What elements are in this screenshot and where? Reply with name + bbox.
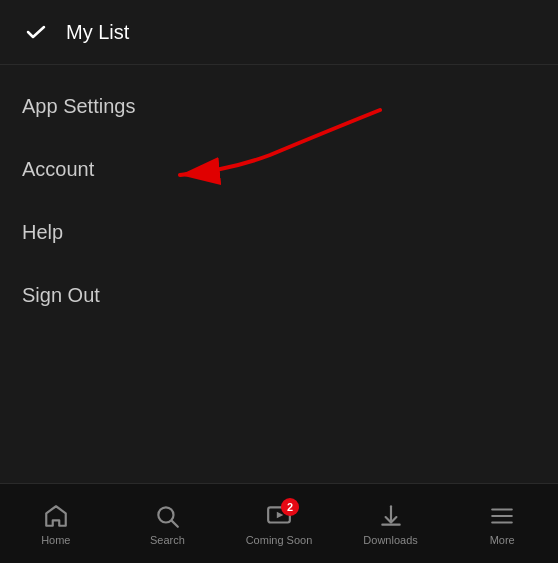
search-label: Search [150, 534, 185, 546]
search-icon [153, 502, 181, 530]
menu-item-help[interactable]: Help [0, 201, 558, 264]
downloads-icon [377, 502, 405, 530]
main-content: My List App Settings Account Help Sign O… [0, 0, 558, 483]
nav-item-more[interactable]: More [446, 484, 558, 563]
downloads-label: Downloads [363, 534, 417, 546]
more-label: More [490, 534, 515, 546]
nav-item-coming-soon[interactable]: 2 Coming Soon [223, 484, 335, 563]
home-label: Home [41, 534, 70, 546]
my-list-row[interactable]: My List [0, 0, 558, 65]
menu-item-sign-out[interactable]: Sign Out [0, 264, 558, 327]
nav-item-search[interactable]: Search [112, 484, 224, 563]
home-icon [42, 502, 70, 530]
coming-soon-label: Coming Soon [246, 534, 313, 546]
bottom-nav: Home Search 2 Coming Soon [0, 483, 558, 563]
checkmark-icon [22, 18, 50, 46]
coming-soon-icon: 2 [265, 502, 293, 530]
svg-line-2 [172, 520, 178, 526]
menu-item-account[interactable]: Account [0, 138, 558, 201]
menu-section: App Settings Account Help Sign Out [0, 65, 558, 337]
my-list-label: My List [66, 21, 129, 44]
menu-item-app-settings[interactable]: App Settings [0, 75, 558, 138]
nav-item-home[interactable]: Home [0, 484, 112, 563]
coming-soon-badge: 2 [281, 498, 299, 516]
more-icon [488, 502, 516, 530]
nav-item-downloads[interactable]: Downloads [335, 484, 447, 563]
